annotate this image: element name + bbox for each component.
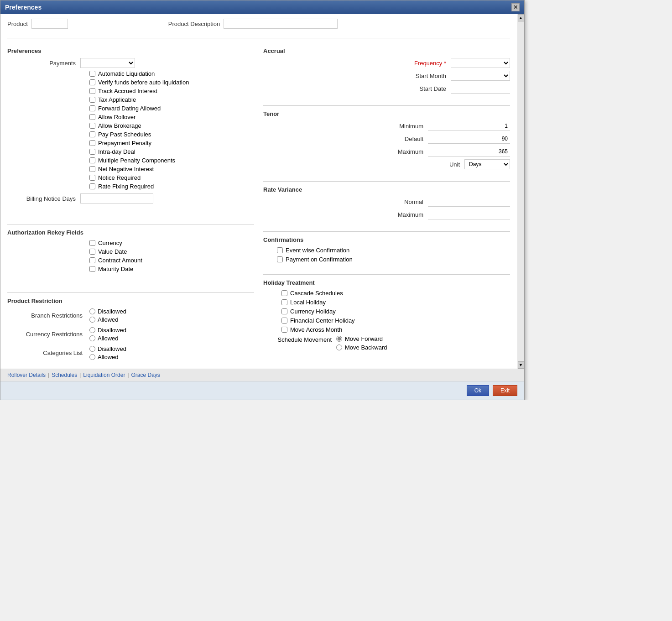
grace-days-link[interactable]: Grace Days bbox=[131, 372, 160, 378]
scrollbar-down-arrow[interactable]: ▼ bbox=[518, 361, 524, 369]
product-restriction-header: Product Restriction bbox=[7, 297, 254, 304]
categories-disallowed-label: Disallowed bbox=[98, 345, 126, 352]
tenor-maximum-input[interactable] bbox=[428, 146, 510, 157]
schedules-link[interactable]: Schedules bbox=[52, 372, 77, 378]
pref-cb-row-pay_past: Pay Past Schedules bbox=[89, 131, 254, 138]
payment-on-checkbox[interactable] bbox=[277, 256, 283, 262]
top-separator bbox=[7, 38, 510, 38]
categories-disallowed-radio[interactable] bbox=[89, 346, 95, 352]
holiday-cb-fin_center_holiday[interactable] bbox=[281, 318, 287, 324]
branch-restriction-options: Disallowed Allowed bbox=[89, 308, 126, 323]
pref-cb-notice_required[interactable] bbox=[89, 175, 95, 181]
pref-cb-tax_applicable[interactable] bbox=[89, 97, 95, 103]
frequency-row: Frequency * bbox=[263, 58, 510, 68]
frequency-select[interactable] bbox=[451, 58, 510, 68]
tenor-default-input[interactable] bbox=[428, 134, 510, 144]
bottom-nav: Rollover Details | Schedules | Liquidati… bbox=[0, 369, 524, 381]
preferences-section-header: Preferences bbox=[7, 47, 254, 54]
scrollbar-area: Product Product Description Preferences bbox=[0, 14, 524, 369]
auth-cb-maturity_date[interactable] bbox=[89, 266, 95, 272]
pref-cb-row-net_negative: Net Negative Interest bbox=[89, 166, 254, 172]
confirmations-header: Confirmations bbox=[263, 236, 510, 243]
nav-sep-2: | bbox=[79, 372, 81, 378]
auth-cb-contract_amount[interactable] bbox=[89, 257, 95, 263]
tenor-minimum-input[interactable] bbox=[428, 121, 510, 131]
scrollbar-track[interactable] bbox=[518, 21, 524, 361]
close-button[interactable]: ✕ bbox=[511, 3, 520, 11]
pref-cb-prepayment[interactable] bbox=[89, 140, 95, 146]
holiday-cb-label-move_across_month: Move Across Month bbox=[290, 326, 342, 333]
pref-cb-intraday[interactable] bbox=[89, 149, 95, 155]
holiday-cb-currency_holiday[interactable] bbox=[281, 308, 287, 314]
scrollbar-up-arrow[interactable]: ▲ bbox=[518, 14, 524, 21]
pref-cb-verify_funds[interactable] bbox=[89, 79, 95, 85]
holiday-cb-move_across_month[interactable] bbox=[281, 327, 287, 333]
frequency-label-text: Frequency bbox=[414, 60, 442, 67]
product-field: Product bbox=[7, 19, 68, 29]
branch-disallowed-radio[interactable] bbox=[89, 308, 95, 314]
event-wise-checkbox[interactable] bbox=[277, 247, 283, 253]
rate-variance-normal-input[interactable] bbox=[428, 197, 510, 207]
exit-button[interactable]: Exit bbox=[493, 385, 517, 396]
auth-cb-currency[interactable] bbox=[89, 240, 95, 246]
move-backward-radio[interactable] bbox=[336, 344, 342, 350]
branch-allowed-radio[interactable] bbox=[89, 317, 95, 323]
tenor-unit-select[interactable]: Days Months Years bbox=[464, 159, 510, 169]
start-month-select[interactable] bbox=[451, 71, 510, 81]
start-date-row: Start Date bbox=[263, 83, 510, 94]
confirmations-separator bbox=[263, 231, 510, 232]
pref-cb-track_interest[interactable] bbox=[89, 88, 95, 94]
currency-disallowed-label: Disallowed bbox=[98, 327, 126, 334]
liquidation-order-link[interactable]: Liquidation Order bbox=[83, 372, 125, 378]
pref-cb-forward_dating[interactable] bbox=[89, 105, 95, 111]
holiday-cb-local_holiday[interactable] bbox=[281, 299, 287, 305]
tenor-separator bbox=[263, 105, 510, 106]
auth-cb-label-maturity_date: Maturity Date bbox=[98, 266, 133, 272]
pref-cb-row-forward_dating: Forward Dating Allowed bbox=[89, 105, 254, 112]
currency-allowed-radio[interactable] bbox=[89, 335, 95, 341]
pref-cb-multi_penalty[interactable] bbox=[89, 157, 95, 163]
billing-notice-input[interactable] bbox=[80, 193, 153, 204]
rate-variance-header: Rate Variance bbox=[263, 186, 510, 193]
right-column: Accrual Frequency * bbox=[263, 43, 510, 364]
categories-restriction-row: Categories List Disallowed Allowed bbox=[7, 345, 254, 360]
payments-select[interactable] bbox=[80, 58, 135, 68]
start-date-input[interactable] bbox=[451, 83, 510, 94]
pref-cb-allow_rollover[interactable] bbox=[89, 114, 95, 120]
auth-cb-value_date[interactable] bbox=[89, 249, 95, 255]
holiday-treatment-separator bbox=[263, 274, 510, 275]
rate-variance-max-input[interactable] bbox=[428, 209, 510, 219]
payments-row: Payments bbox=[7, 58, 254, 68]
move-forward-radio[interactable] bbox=[336, 336, 342, 342]
move-forward-label: Move Forward bbox=[345, 335, 383, 342]
pref-cb-label-track_interest: Track Accrued Interest bbox=[98, 88, 157, 94]
currency-disallowed-radio[interactable] bbox=[89, 327, 95, 333]
rollover-details-link[interactable]: Rollover Details bbox=[7, 372, 46, 378]
product-input[interactable] bbox=[31, 19, 68, 29]
confirmations-checkboxes: Event wise Confirmation Payment on Confi… bbox=[277, 247, 510, 263]
auth-cb-row-maturity_date: Maturity Date bbox=[89, 266, 254, 272]
pref-cb-label-net_negative: Net Negative Interest bbox=[98, 166, 154, 172]
categories-allowed-radio[interactable] bbox=[89, 354, 95, 360]
billing-notice-label: Billing Notice Days bbox=[7, 195, 80, 202]
branch-disallowed-row: Disallowed bbox=[89, 308, 126, 315]
product-desc-input[interactable] bbox=[224, 19, 338, 29]
pref-cb-rate_fixing[interactable] bbox=[89, 183, 95, 189]
auth-rekey-checkboxes: CurrencyValue DateContract AmountMaturit… bbox=[7, 240, 254, 272]
schedule-movement-options: Move Forward Move Backward bbox=[336, 335, 387, 351]
pref-cb-row-multi_penalty: Multiple Penalty Components bbox=[89, 157, 254, 164]
ok-button[interactable]: Ok bbox=[467, 385, 489, 396]
currency-restriction-label: Currency Restrictions bbox=[7, 331, 89, 338]
auth-cb-row-currency: Currency bbox=[89, 240, 254, 246]
window-title: Preferences bbox=[5, 4, 42, 11]
scrollbar: ▲ ▼ bbox=[517, 14, 524, 369]
categories-restriction-options: Disallowed Allowed bbox=[89, 345, 126, 360]
pref-cb-label-rate_fixing: Rate Fixing Required bbox=[98, 183, 154, 190]
holiday-cb-cascade_schedules[interactable] bbox=[281, 290, 287, 296]
pref-cb-auto_liq[interactable] bbox=[89, 71, 95, 77]
pref-cb-pay_past[interactable] bbox=[89, 131, 95, 137]
auth-cb-label-contract_amount: Contract Amount bbox=[98, 257, 142, 264]
pref-cb-allow_brokerage[interactable] bbox=[89, 123, 95, 129]
pref-cb-net_negative[interactable] bbox=[89, 166, 95, 172]
holiday-checkboxes: Cascade SchedulesLocal HolidayCurrency H… bbox=[277, 290, 510, 333]
